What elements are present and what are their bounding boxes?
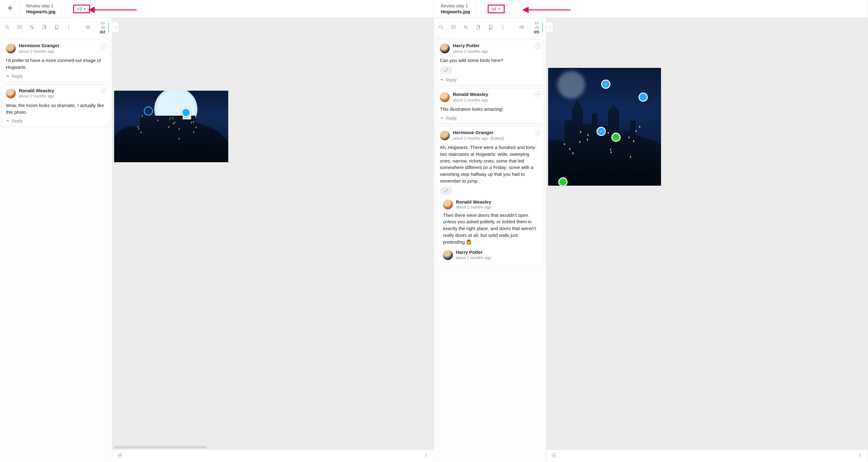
annotation-marker[interactable] (144, 106, 153, 116)
svg-point-69 (860, 455, 860, 456)
comment-card[interactable]: Ronald Weasley about 2 months ago This i… (436, 88, 544, 124)
visibility-icon[interactable] (519, 24, 525, 31)
svg-point-67 (553, 455, 555, 457)
resolve-check[interactable] (534, 130, 541, 136)
attach-icon[interactable] (488, 24, 493, 31)
sort-icon[interactable] (463, 24, 469, 31)
svg-point-45 (502, 25, 503, 26)
avatar (6, 89, 16, 98)
annotation-marker[interactable] (558, 177, 567, 186)
preview-footer (112, 450, 434, 462)
comment-card[interactable]: Hermione Granger about 2 months ago I'd … (2, 39, 110, 82)
svg-rect-56 (564, 144, 565, 145)
svg-rect-28 (138, 116, 140, 116)
comment-body: Ah, Hogwarts. There were a hundred and f… (440, 144, 540, 184)
svg-point-33 (426, 454, 426, 454)
image-preview[interactable] (114, 91, 228, 162)
svg-rect-58 (630, 156, 631, 158)
collapse-sidebar-button[interactable] (112, 22, 119, 33)
svg-point-35 (426, 457, 426, 457)
svg-point-46 (502, 27, 503, 27)
more-icon[interactable] (857, 453, 863, 459)
svg-point-9 (56, 27, 57, 29)
reply-link[interactable]: Reply (440, 116, 540, 121)
version-label: v3 (77, 6, 82, 11)
more-icon[interactable] (423, 453, 429, 459)
annotation-marker[interactable] (639, 93, 648, 102)
comment-time: about 2 months ago (456, 255, 491, 260)
more-icon[interactable] (66, 24, 71, 31)
annotation-marker[interactable] (181, 108, 191, 117)
file-name: Hogwarts.jpg (441, 9, 470, 15)
review-step-label: Review step 1 (441, 3, 470, 9)
comment-card[interactable]: Hermione Granger about 2 months ago(Edit… (436, 126, 544, 266)
resolve-check[interactable] (534, 92, 541, 98)
horizontal-scrollbar[interactable] (114, 446, 207, 449)
annotation-marker[interactable] (611, 133, 621, 142)
search-icon[interactable] (4, 24, 10, 31)
svg-rect-62 (569, 148, 570, 150)
collapse-sidebar-button[interactable] (546, 22, 553, 33)
svg-rect-54 (587, 134, 589, 136)
reply-link[interactable]: Reply (440, 78, 540, 82)
search-icon[interactable] (438, 24, 444, 31)
svg-rect-27 (179, 138, 180, 140)
comment-time: about 2 months ago (19, 94, 54, 98)
comments-toolbar: to-do0/2 (0, 18, 112, 38)
preview-canvas[interactable] (546, 18, 868, 462)
comment-author: Ronald Weasley (453, 92, 488, 97)
svg-point-70 (860, 457, 860, 457)
resolve-check[interactable] (100, 43, 107, 49)
annotation-marker[interactable] (601, 80, 611, 89)
settings-icon[interactable] (551, 453, 557, 459)
svg-point-68 (860, 454, 860, 454)
comment-time: about 2 months ago (453, 98, 488, 102)
resolve-check[interactable] (100, 88, 107, 94)
image-preview[interactable] (548, 68, 661, 186)
back-button[interactable] (5, 5, 15, 13)
attach-icon[interactable] (54, 24, 59, 31)
svg-point-44 (490, 27, 491, 29)
resolve-check[interactable] (534, 43, 541, 49)
comment-body: I'd prefer to have a more zoomed-out ima… (6, 57, 106, 71)
comment-reply: Ronald Weasley about 2 months ago Then t… (442, 199, 540, 246)
add-comment-icon[interactable] (451, 24, 456, 31)
comment-reply: Harry Potter about 2 months ago (442, 249, 540, 260)
reply-link[interactable]: Reply (6, 74, 106, 79)
comment-body: This illustration looks amazing! (440, 106, 540, 113)
add-comment-icon[interactable] (17, 24, 22, 31)
new-page-icon[interactable] (41, 24, 47, 31)
version-selector[interactable]: v4▼ (488, 5, 505, 13)
comments-list[interactable]: Hermione Granger about 2 months ago I'd … (0, 38, 112, 462)
pane-header: Review step 1 Hogwarts.jpgv3▼ (0, 0, 434, 18)
svg-rect-60 (633, 140, 634, 142)
more-icon[interactable] (500, 24, 505, 31)
avatar (443, 199, 453, 209)
svg-rect-30 (138, 128, 139, 130)
reaction-chip[interactable] (440, 187, 452, 195)
new-page-icon[interactable] (475, 24, 481, 31)
avatar (440, 92, 450, 102)
svg-point-13 (87, 27, 89, 28)
settings-icon[interactable] (117, 453, 123, 459)
edited-tag: (Edited) (490, 136, 504, 141)
svg-rect-63 (611, 151, 612, 153)
visibility-icon[interactable] (85, 24, 91, 31)
comment-author: Harry Potter (456, 249, 491, 255)
preview-canvas[interactable] (112, 18, 434, 462)
svg-rect-22 (141, 132, 142, 133)
todo-indicator: to-do0/5 (531, 21, 543, 34)
svg-point-37 (439, 25, 442, 28)
svg-rect-18 (195, 127, 196, 128)
svg-rect-61 (639, 126, 640, 128)
reaction-chip[interactable] (440, 66, 452, 74)
comments-list[interactable]: Harry Potter about 2 months ago Can you … (434, 38, 546, 462)
version-label: v4 (492, 6, 496, 11)
comment-author: Hermione Granger (19, 43, 60, 49)
comment-card[interactable]: Ronald Weasley about 2 months ago Wow, t… (2, 85, 110, 127)
reply-link[interactable]: Reply (6, 118, 106, 123)
reply-label: Reply (12, 118, 23, 123)
comment-card[interactable]: Harry Potter about 2 months ago Can you … (436, 39, 544, 86)
svg-rect-23 (179, 128, 180, 130)
sort-icon[interactable] (29, 24, 35, 31)
